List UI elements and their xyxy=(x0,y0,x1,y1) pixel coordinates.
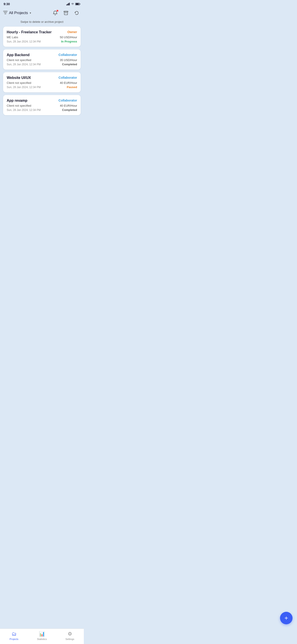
project-status: Completed xyxy=(62,108,77,112)
project-date: Sun, 28 Jan 2024, 12:34 PM xyxy=(7,40,41,43)
wifi-icon xyxy=(71,3,74,5)
project-card[interactable]: Hourly - Freelance Tracker Owner ME Labs… xyxy=(3,26,81,47)
project-role: Collaborator xyxy=(58,98,77,102)
project-card[interactable]: App Backend Collaborator Client not spec… xyxy=(3,50,81,70)
project-title: Hourly - Freelance Tracker xyxy=(7,30,67,34)
svg-rect-1 xyxy=(67,4,68,5)
battery-icon xyxy=(75,3,80,5)
svg-rect-3 xyxy=(69,3,70,5)
project-status: In Progress xyxy=(61,40,77,43)
filter-selector[interactable]: All Projects ▾ xyxy=(3,11,49,16)
project-title: Website UI/UX xyxy=(7,76,58,80)
status-time: 9:30 xyxy=(3,2,10,6)
project-client: Client not specified xyxy=(7,58,31,62)
project-role: Collaborator xyxy=(58,76,77,80)
notifications-button[interactable] xyxy=(51,9,59,17)
project-role: Collaborator xyxy=(58,53,77,56)
project-title: App Backend xyxy=(7,53,58,57)
project-rate: 50 USD/Hour xyxy=(60,36,77,39)
svg-rect-6 xyxy=(76,3,79,5)
refresh-button[interactable] xyxy=(73,9,81,17)
svg-rect-2 xyxy=(68,3,69,5)
filter-icon xyxy=(3,11,7,16)
status-bar: 9:30 xyxy=(0,0,84,7)
status-icons xyxy=(66,3,80,5)
svg-rect-10 xyxy=(64,11,68,12)
archive-button[interactable] xyxy=(62,9,70,17)
project-rate: 40 EUR/Hour xyxy=(60,81,77,84)
project-date: Sun, 28 Jan 2024, 12:34 PM xyxy=(7,63,41,66)
project-client: ME Labs xyxy=(7,36,18,39)
project-date: Sun, 28 Jan 2024, 12:34 PM xyxy=(7,108,41,112)
swipe-hint: Swipe to delete or archive project xyxy=(0,19,84,26)
project-title: App revamp xyxy=(7,98,58,103)
filter-label: All Projects xyxy=(9,11,28,15)
signal-icon xyxy=(66,3,70,5)
chevron-down-icon: ▾ xyxy=(30,12,31,14)
project-card[interactable]: Website UI/UX Collaborator Client not sp… xyxy=(3,72,81,92)
project-status: Paused xyxy=(67,86,77,89)
project-client: Client not specified xyxy=(7,81,31,84)
project-role: Owner xyxy=(67,30,77,34)
project-card[interactable]: App revamp Collaborator Client not speci… xyxy=(3,95,81,115)
svg-rect-0 xyxy=(66,4,67,5)
projects-list: Hourly - Freelance Tracker Owner ME Labs… xyxy=(0,26,84,115)
top-bar-actions xyxy=(51,9,81,17)
project-rate: 40 EUR/Hour xyxy=(60,104,77,107)
project-status: Completed xyxy=(62,62,77,66)
notification-badge xyxy=(56,10,58,12)
project-rate: 35 USD/Hour xyxy=(60,58,77,62)
project-client: Client not specified xyxy=(7,104,31,107)
top-bar: All Projects ▾ xyxy=(0,7,84,19)
project-date: Sun, 28 Jan 2024, 12:34 PM xyxy=(7,86,41,89)
svg-rect-5 xyxy=(80,4,80,5)
